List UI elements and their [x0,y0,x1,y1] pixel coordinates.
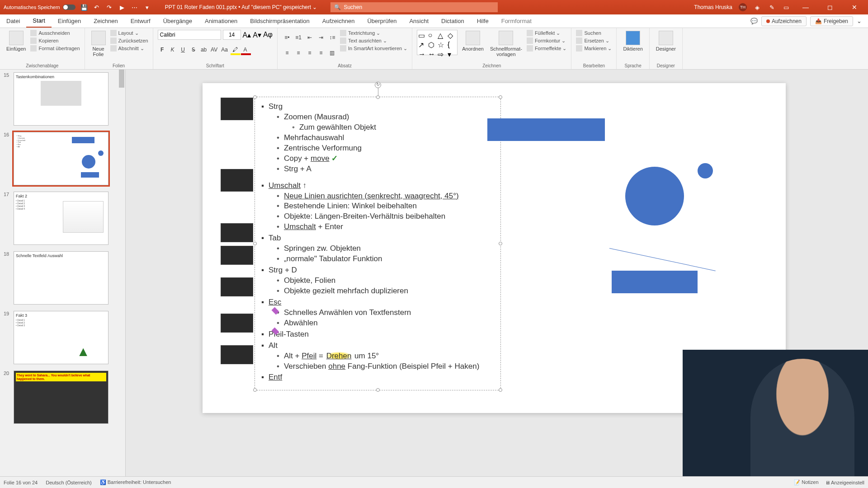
tab-start[interactable]: Start [26,14,51,28]
strikethrough-button[interactable]: S̶ [189,45,198,54]
username-label[interactable]: Thomas Hruska [694,4,732,10]
format-painter-button[interactable]: Format übertragen [30,45,80,52]
resize-handle[interactable] [253,242,257,245]
font-size-select[interactable]: 14 [223,30,241,40]
freigeben-button[interactable]: 📤Freigeben [810,16,853,26]
italic-button[interactable]: K [168,45,177,54]
highlight-button[interactable]: 🖍 [231,45,240,54]
align-right-button[interactable]: ≡ [305,48,315,58]
comments-icon[interactable]: 💬 [750,18,758,24]
shadow-button[interactable]: ab [199,45,208,54]
thumbnail-slide-18[interactable]: 18 Schnelle Textfeld Auswahl [14,251,116,305]
file-title[interactable]: PPT 01 Roter Faden 001.pptx • Auf "diese… [165,4,317,10]
display-settings-button[interactable]: 🖥 Anzeigeeinstell [825,480,864,485]
qat-more-icon[interactable]: ⋯ [131,3,139,11]
shape-circle-large[interactable] [625,167,684,225]
notes-button[interactable]: 📝 Notizen [794,479,818,485]
tab-hilfe[interactable]: Hilfe [471,14,495,28]
tab-zeichnen[interactable]: Zeichnen [87,14,124,28]
resize-handle[interactable] [376,95,380,99]
case-button[interactable]: Aa [220,45,229,54]
section-button[interactable]: Abschnitt ⌄ [110,45,148,52]
bullets-button[interactable]: ≡• [282,33,292,42]
slide-editor[interactable]: Strg Zoomen (Mausrad) Zum gewählten Obje… [126,70,868,476]
search-input[interactable]: 🔍 Suchen [330,2,498,12]
quick-styles-button[interactable]: Schnellformat- vorlagen [488,30,524,58]
fill-button[interactable]: Fülleffekt ⌄ [527,30,567,36]
language-indicator[interactable]: Deutsch (Österreich) [46,480,91,485]
text-content[interactable]: Strg Zoomen (Mausrad) Zum gewählten Obje… [255,97,500,388]
effects-button[interactable]: Formeffekte ⌄ [527,45,567,52]
columns-button[interactable]: ▥ [327,48,337,58]
layout-button[interactable]: Layout ⌄ [110,30,148,36]
from-beginning-icon[interactable]: ▶ [118,3,126,11]
undo-icon[interactable]: ↶ [93,3,101,11]
clear-format-icon[interactable]: Aφ [263,31,273,39]
close-button[interactable]: ✕ [845,4,863,11]
save-icon[interactable]: 💾 [80,3,88,11]
tab-dictation[interactable]: Dictation [435,14,471,28]
tab-uebergaenge[interactable]: Übergänge [157,14,198,28]
shape-rectangle-1[interactable] [487,118,605,141]
aufzeichnen-button[interactable]: Aufzeichnen [761,16,807,26]
shapes-gallery[interactable]: ▭○△◇ ↗⬡☆{ →↔⇨▾ [417,30,458,55]
tab-bildschirm[interactable]: Bildschirmpräsentation [244,14,316,28]
qat-dropdown-icon[interactable]: ▾ [143,3,151,11]
thumbnail-slide-19[interactable]: 19 Fakt 3 • Detail 1• Detail 2• Detail 3… [14,311,116,364]
resize-handle[interactable] [499,242,502,245]
tab-datei[interactable]: Datei [0,14,26,28]
outline-button[interactable]: Formkontur ⌄ [527,38,567,44]
teams-icon[interactable]: ◈ [753,3,761,11]
underline-button[interactable]: U [179,45,188,54]
increase-font-icon[interactable]: A▴ [243,31,251,39]
arrange-button[interactable]: Anordnen [460,30,486,52]
avatar[interactable]: TH [739,3,747,11]
replace-button[interactable]: Ersetzen ⌄ [576,38,612,44]
decrease-font-icon[interactable]: A▾ [253,31,261,39]
resize-handle[interactable] [499,95,502,99]
numbering-button[interactable]: ≡1 [293,33,303,42]
align-center-button[interactable]: ≡ [293,48,303,58]
designer-button[interactable]: Designer [654,30,678,52]
copy-button[interactable]: Kopieren [30,38,80,44]
thumbnail-slide-16[interactable]: 16 ▪ Strg • Zoomen▪ Umschalt▪ Tab▪ Esc▪ … [14,132,116,185]
tab-einfuegen[interactable]: Einfügen [52,14,87,28]
thumbnail-slide-17[interactable]: 17 Fakt 2 • Detail 1• Detail 2• Detail 3… [14,192,116,245]
selected-text-frame[interactable]: Strg Zoomen (Mausrad) Zum gewählten Obje… [255,97,501,390]
collapse-ribbon-icon[interactable]: ⌄ [857,18,862,24]
indent-left-button[interactable]: ⇤ [305,33,315,42]
new-slide-button[interactable]: Neue Folie [90,30,108,58]
paste-button[interactable]: Einfügen [5,30,28,52]
shape-line[interactable] [609,248,716,271]
redo-icon[interactable]: ↷ [105,3,113,11]
text-align-button[interactable]: Text ausrichten ⌄ [340,38,407,44]
maximize-button[interactable]: ◻ [821,4,839,11]
autosave-toggle[interactable]: Automatisches Speichern [4,5,75,10]
tab-ansicht[interactable]: Ansicht [403,14,435,28]
thumbnail-slide-20[interactable]: 20 They went to Sahara... You wouldn't b… [14,371,116,424]
slide-counter[interactable]: Folie 16 von 24 [4,480,38,485]
resize-handle[interactable] [499,388,502,392]
thumbnail-slide-15[interactable]: 15 Tastenkombinationen [14,72,116,126]
window-icon[interactable]: ▭ [782,3,790,11]
accessibility-indicator[interactable]: ♿ Barrierefreiheit: Untersuchen [100,479,171,485]
bold-button[interactable]: F [158,45,167,54]
thumbnails-scrollbar[interactable] [118,70,125,476]
tab-animationen[interactable]: Animationen [198,14,244,28]
line-spacing-button[interactable]: ↕≡ [327,33,337,42]
smartart-button[interactable]: In SmartArt konvertieren ⌄ [340,45,407,52]
find-button[interactable]: Suchen [576,30,612,36]
justify-button[interactable]: ≡ [316,48,326,58]
reset-button[interactable]: Zurücksetzen [110,38,148,44]
minimize-button[interactable]: — [797,4,815,11]
spacing-button[interactable]: AV [210,45,219,54]
tab-formformat[interactable]: Formformat [495,14,538,28]
tab-aufzeichnen[interactable]: Aufzeichnen [316,14,361,28]
align-left-button[interactable]: ≡ [282,48,292,58]
tab-entwurf[interactable]: Entwurf [124,14,157,28]
resize-handle[interactable] [253,95,257,99]
font-name-select[interactable]: Calibri [158,30,221,40]
dictate-button[interactable]: Diktieren [621,30,644,52]
tab-ueberpruefen[interactable]: Überprüfen [361,14,403,28]
cut-button[interactable]: Ausschneiden [30,30,80,36]
